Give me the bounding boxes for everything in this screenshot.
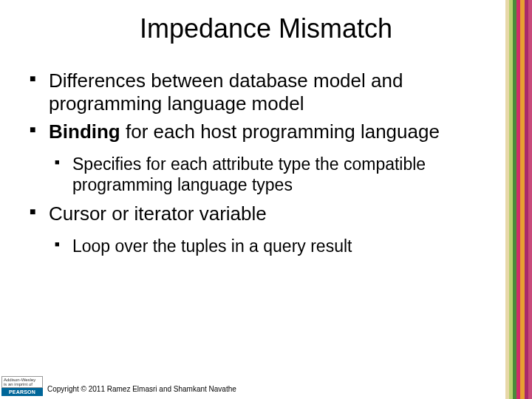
sub-bullet-item: Loop over the tuples in a query result [49, 236, 491, 256]
bullet-item: Differences between database model and p… [30, 69, 491, 115]
publisher-brand: PEARSON [1, 388, 43, 396]
sub-bullet-list: Specifies for each attribute type the co… [49, 154, 491, 195]
sub-bullet-text: Specifies for each attribute type the co… [72, 154, 426, 194]
publisher-line: is an imprint of [4, 382, 33, 386]
sub-bullet-list: Loop over the tuples in a query result [49, 236, 491, 256]
bullet-text: Differences between database model and p… [49, 69, 403, 115]
publisher-logo: Addison-Wesley is an imprint of PEARSON [1, 376, 43, 396]
bullet-text: for each host programming language [120, 120, 440, 143]
sub-bullet-item: Specifies for each attribute type the co… [49, 154, 491, 195]
bullet-item: Binding for each host programming langua… [30, 120, 491, 195]
bullet-bold: Binding [49, 120, 120, 143]
bullet-list: Differences between database model and p… [30, 69, 491, 256]
decorative-side-stripes [505, 0, 532, 399]
copyright-text: Copyright © 2011 Ramez Elmasri and Shamk… [47, 385, 236, 393]
slide-content: Impedance Mismatch Differences between d… [0, 0, 505, 399]
slide-footer: Addison-Wesley is an imprint of PEARSON … [0, 374, 532, 399]
bullet-item: Cursor or iterator variable Loop over th… [30, 202, 491, 256]
slide-title: Impedance Mismatch [15, 13, 517, 44]
sub-bullet-text: Loop over the tuples in a query result [72, 236, 352, 256]
bullet-text: Cursor or iterator variable [49, 202, 267, 225]
publisher-name: Addison-Wesley is an imprint of [1, 376, 43, 388]
